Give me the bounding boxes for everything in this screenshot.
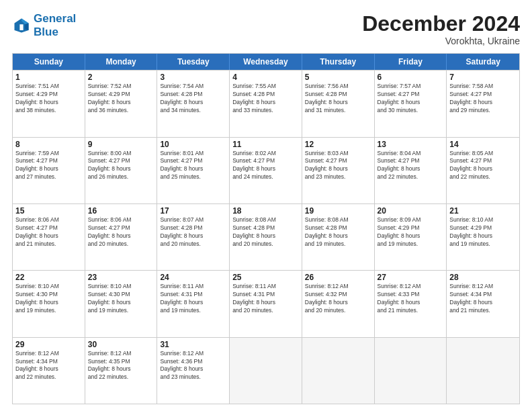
day-number: 16 [88, 206, 154, 216]
day-number: 24 [160, 273, 226, 282]
calendar-day-1: 1Sunrise: 7:51 AMSunset: 4:29 PMDaylight… [13, 71, 85, 136]
calendar-day-empty [230, 338, 302, 404]
day-number: 8 [15, 140, 82, 149]
calendar-week-5: 29Sunrise: 8:12 AMSunset: 4:34 PMDayligh… [13, 337, 519, 404]
day-number: 9 [88, 140, 154, 149]
page: General Blue December 2024 Vorokhta, Ukr… [0, 0, 532, 411]
day-info: Sunrise: 8:06 AMSunset: 4:27 PMDaylight:… [88, 216, 154, 248]
logo-general: General [34, 12, 76, 26]
day-info: Sunrise: 7:59 AMSunset: 4:27 PMDaylight:… [15, 150, 82, 182]
day-number: 10 [160, 140, 226, 149]
day-info: Sunrise: 8:10 AMSunset: 4:30 PMDaylight:… [88, 283, 154, 315]
svg-marker-2 [25, 24, 28, 31]
calendar-day-11: 11Sunrise: 8:02 AMSunset: 4:27 PMDayligh… [230, 138, 302, 203]
weekday-header-thursday: Thursday [302, 54, 375, 70]
day-info: Sunrise: 7:55 AMSunset: 4:28 PMDaylight:… [232, 83, 299, 115]
calendar-day-12: 12Sunrise: 8:03 AMSunset: 4:27 PMDayligh… [302, 138, 375, 203]
day-info: Sunrise: 8:07 AMSunset: 4:28 PMDaylight:… [160, 216, 226, 248]
calendar-week-3: 15Sunrise: 8:06 AMSunset: 4:27 PMDayligh… [13, 203, 519, 270]
calendar-day-14: 14Sunrise: 8:05 AMSunset: 4:27 PMDayligh… [447, 138, 519, 203]
day-info: Sunrise: 8:11 AMSunset: 4:31 PMDaylight:… [160, 283, 226, 315]
calendar-day-empty [302, 338, 375, 404]
day-info: Sunrise: 8:12 AMSunset: 4:33 PMDaylight:… [378, 283, 444, 315]
day-number: 5 [305, 73, 371, 82]
day-info: Sunrise: 8:03 AMSunset: 4:27 PMDaylight:… [305, 150, 371, 182]
day-info: Sunrise: 8:12 AMSunset: 4:34 PMDaylight:… [449, 283, 517, 315]
day-info: Sunrise: 8:01 AMSunset: 4:27 PMDaylight:… [160, 150, 226, 182]
day-number: 3 [160, 73, 226, 82]
day-number: 11 [232, 140, 299, 149]
day-number: 4 [232, 73, 299, 82]
calendar: SundayMondayTuesdayWednesdayThursdayFrid… [12, 53, 520, 404]
day-info: Sunrise: 8:00 AMSunset: 4:27 PMDaylight:… [88, 150, 154, 182]
calendar-day-31: 31Sunrise: 8:12 AMSunset: 4:36 PMDayligh… [157, 338, 230, 404]
day-number: 22 [15, 273, 82, 282]
calendar-day-8: 8Sunrise: 7:59 AMSunset: 4:27 PMDaylight… [13, 138, 85, 203]
calendar-day-4: 4Sunrise: 7:55 AMSunset: 4:28 PMDaylight… [230, 71, 302, 136]
svg-rect-3 [19, 25, 23, 31]
day-number: 1 [15, 73, 82, 82]
day-number: 13 [378, 140, 444, 149]
day-info: Sunrise: 8:10 AMSunset: 4:29 PMDaylight:… [449, 216, 517, 248]
day-info: Sunrise: 8:05 AMSunset: 4:27 PMDaylight:… [449, 150, 517, 182]
calendar-day-28: 28Sunrise: 8:12 AMSunset: 4:34 PMDayligh… [447, 271, 519, 336]
calendar-day-3: 3Sunrise: 7:54 AMSunset: 4:28 PMDaylight… [157, 71, 230, 136]
day-number: 12 [305, 140, 371, 149]
calendar-day-19: 19Sunrise: 8:08 AMSunset: 4:28 PMDayligh… [302, 204, 375, 270]
location: Vorokhta, Ukraine [362, 36, 520, 46]
day-number: 25 [232, 273, 299, 282]
day-number: 6 [378, 73, 444, 82]
day-number: 15 [15, 206, 82, 216]
day-number: 31 [160, 340, 226, 349]
calendar-day-22: 22Sunrise: 8:10 AMSunset: 4:30 PMDayligh… [13, 271, 85, 336]
calendar-day-25: 25Sunrise: 8:11 AMSunset: 4:31 PMDayligh… [230, 271, 302, 336]
calendar-day-15: 15Sunrise: 8:06 AMSunset: 4:27 PMDayligh… [13, 204, 85, 270]
weekday-header-monday: Monday [85, 54, 158, 70]
calendar-week-4: 22Sunrise: 8:10 AMSunset: 4:30 PMDayligh… [13, 270, 519, 336]
calendar-day-18: 18Sunrise: 8:08 AMSunset: 4:28 PMDayligh… [230, 204, 302, 270]
day-info: Sunrise: 8:09 AMSunset: 4:29 PMDaylight:… [378, 216, 444, 248]
calendar-day-10: 10Sunrise: 8:01 AMSunset: 4:27 PMDayligh… [157, 138, 230, 203]
calendar-day-9: 9Sunrise: 8:00 AMSunset: 4:27 PMDaylight… [85, 138, 158, 203]
day-info: Sunrise: 7:58 AMSunset: 4:27 PMDaylight:… [449, 83, 517, 115]
day-number: 14 [449, 140, 517, 149]
logo-icon [12, 16, 31, 35]
day-number: 18 [232, 206, 299, 216]
day-info: Sunrise: 8:02 AMSunset: 4:27 PMDaylight:… [232, 150, 299, 182]
calendar-week-1: 1Sunrise: 7:51 AMSunset: 4:29 PMDaylight… [13, 70, 519, 136]
calendar-day-27: 27Sunrise: 8:12 AMSunset: 4:33 PMDayligh… [375, 271, 447, 336]
weekday-header-tuesday: Tuesday [157, 54, 230, 70]
day-number: 7 [449, 73, 517, 82]
calendar-day-23: 23Sunrise: 8:10 AMSunset: 4:30 PMDayligh… [85, 271, 158, 336]
title-block: December 2024 Vorokhta, Ukraine [362, 12, 520, 46]
day-info: Sunrise: 7:57 AMSunset: 4:27 PMDaylight:… [378, 83, 444, 115]
day-number: 21 [449, 206, 517, 216]
day-info: Sunrise: 8:12 AMSunset: 4:36 PMDaylight:… [160, 350, 226, 382]
day-info: Sunrise: 7:54 AMSunset: 4:28 PMDaylight:… [160, 83, 226, 115]
logo: General Blue [12, 12, 76, 40]
calendar-body: 1Sunrise: 7:51 AMSunset: 4:29 PMDaylight… [13, 70, 519, 404]
calendar-day-empty [447, 338, 519, 404]
calendar-day-30: 30Sunrise: 8:12 AMSunset: 4:35 PMDayligh… [85, 338, 158, 404]
calendar-day-26: 26Sunrise: 8:12 AMSunset: 4:32 PMDayligh… [302, 271, 375, 336]
weekday-header-wednesday: Wednesday [230, 54, 302, 70]
day-info: Sunrise: 8:12 AMSunset: 4:34 PMDaylight:… [15, 350, 82, 382]
day-info: Sunrise: 8:12 AMSunset: 4:35 PMDaylight:… [88, 350, 154, 382]
header: General Blue December 2024 Vorokhta, Ukr… [12, 12, 520, 46]
logo-blue-word: Blue [34, 26, 76, 39]
day-number: 20 [378, 206, 444, 216]
calendar-day-17: 17Sunrise: 8:07 AMSunset: 4:28 PMDayligh… [157, 204, 230, 270]
calendar-day-29: 29Sunrise: 8:12 AMSunset: 4:34 PMDayligh… [13, 338, 85, 404]
calendar-day-13: 13Sunrise: 8:04 AMSunset: 4:27 PMDayligh… [375, 138, 447, 203]
logo-text: General Blue [34, 12, 76, 40]
calendar-week-2: 8Sunrise: 7:59 AMSunset: 4:27 PMDaylight… [13, 137, 519, 203]
day-number: 23 [88, 273, 154, 282]
month-title: December 2024 [362, 12, 520, 36]
day-info: Sunrise: 8:04 AMSunset: 4:27 PMDaylight:… [378, 150, 444, 182]
calendar-day-5: 5Sunrise: 7:56 AMSunset: 4:28 PMDaylight… [302, 71, 375, 136]
day-info: Sunrise: 8:08 AMSunset: 4:28 PMDaylight:… [232, 216, 299, 248]
day-number: 27 [378, 273, 444, 282]
weekday-header-sunday: Sunday [13, 54, 85, 70]
calendar-day-16: 16Sunrise: 8:06 AMSunset: 4:27 PMDayligh… [85, 204, 158, 270]
day-number: 17 [160, 206, 226, 216]
